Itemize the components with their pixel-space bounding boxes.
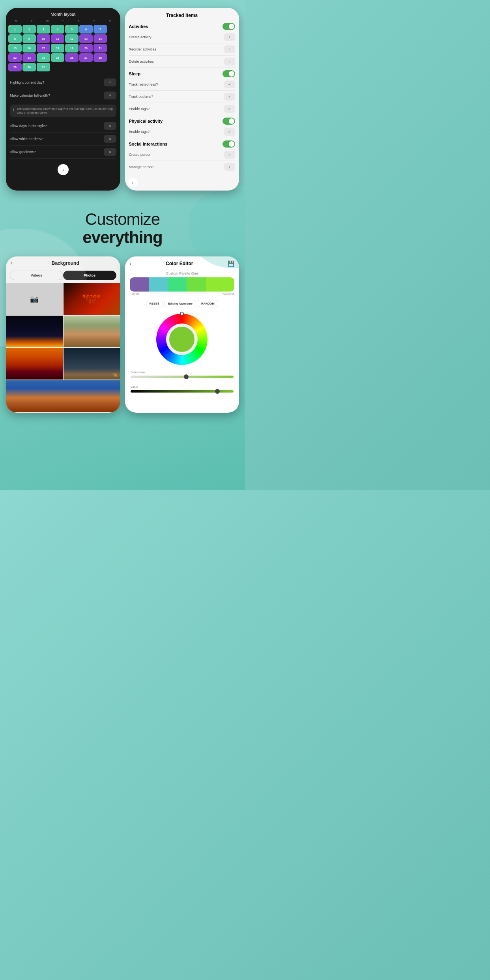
create-activity-item[interactable]: Create activity › bbox=[129, 31, 236, 43]
dot-style-label: Allow days in dot style? bbox=[10, 124, 47, 128]
photo-retro-cell[interactable]: RETRO FOLK NO bbox=[64, 283, 120, 315]
saturation-thumb[interactable] bbox=[184, 374, 189, 379]
month-layout-phone: Month layout M T W T F S S 1 2 3 bbox=[6, 8, 120, 191]
reset-button[interactable]: RESET bbox=[146, 300, 163, 307]
track-restedness-label: Track restedness? bbox=[129, 82, 158, 86]
cal-cell: 28 bbox=[94, 53, 107, 62]
palette-name: Custom Palette One bbox=[130, 271, 235, 275]
create-activity-chevron[interactable]: › bbox=[224, 33, 235, 41]
cal-cell: 21 bbox=[94, 44, 107, 52]
cal-cell: 1 bbox=[8, 25, 22, 34]
color-wheel[interactable] bbox=[156, 314, 208, 365]
calendar-grid: 1 2 3 4 5 6 7 8 9 10 11 12 bbox=[6, 23, 120, 74]
manage-person-label: Manage person bbox=[129, 165, 154, 169]
setting-row-gradients: Allow gradients? ✕ bbox=[10, 146, 116, 159]
camera-icon: 📷 bbox=[30, 295, 39, 303]
tracked-items-phone: Tracked items Activities Create activity… bbox=[125, 8, 239, 191]
social-label: Social interactions bbox=[129, 142, 168, 146]
dot-style-btn[interactable]: ✕ bbox=[104, 122, 116, 130]
photo-sunset-cell[interactable] bbox=[6, 348, 63, 380]
reorder-activities-item[interactable]: Reorder activities › bbox=[129, 43, 236, 56]
setting-row-dot: Allow days in dot style? ✕ bbox=[10, 120, 116, 133]
photo-camera-cell[interactable]: 📷 bbox=[6, 283, 63, 315]
tracked-content: Activities Create activity › Reorder act… bbox=[125, 21, 239, 173]
white-borders-btn[interactable]: ✕ bbox=[104, 135, 116, 143]
cal-cell: 27 bbox=[79, 53, 93, 62]
track-bedtime-check[interactable]: ✓ bbox=[224, 93, 235, 101]
cal-cell: 29 bbox=[8, 63, 22, 71]
palette-segment-4[interactable] bbox=[187, 277, 206, 292]
saturation-track[interactable] bbox=[131, 376, 234, 378]
cal-cell: 6 bbox=[79, 25, 93, 34]
social-toggle[interactable] bbox=[223, 140, 235, 148]
reorder-activities-chevron[interactable]: › bbox=[224, 45, 235, 53]
highlight-day-label: Highlight current day? bbox=[10, 80, 45, 84]
cal-cell: 26 bbox=[65, 53, 79, 62]
manage-person-item[interactable]: Manage person › bbox=[129, 161, 236, 173]
tracked-back-button[interactable]: ‹ bbox=[128, 178, 138, 187]
manage-person-chevron[interactable]: › bbox=[224, 163, 235, 171]
create-person-item[interactable]: Create person › bbox=[129, 149, 236, 161]
physical-toggle[interactable] bbox=[223, 118, 235, 125]
physical-tags-item[interactable]: Enable tags? ✓ bbox=[129, 126, 236, 138]
palette-label-left: Horrible bbox=[130, 292, 140, 295]
tracked-items-title: Tracked items bbox=[125, 8, 239, 21]
phone1-settings: Highlight current day? ✓ Make calendar f… bbox=[6, 74, 120, 161]
photo-train-cell[interactable] bbox=[6, 316, 63, 347]
cal-cell: 10 bbox=[37, 34, 50, 43]
cal-cell: 25 bbox=[51, 53, 64, 62]
create-person-chevron[interactable]: › bbox=[224, 151, 235, 159]
full-width-label: Make calendar full-width? bbox=[10, 94, 50, 97]
sleep-toggle[interactable] bbox=[223, 70, 235, 77]
cal-cell: 15 bbox=[8, 44, 22, 52]
palette-segment-5[interactable] bbox=[206, 277, 234, 292]
activities-section-header: Activities bbox=[129, 21, 236, 31]
delete-activities-chevron[interactable]: › bbox=[224, 58, 235, 65]
setting-row-fullwidth: Make calendar full-width? ✕ bbox=[10, 89, 116, 102]
value-thumb[interactable] bbox=[215, 389, 220, 394]
cal-cell: 16 bbox=[22, 44, 36, 52]
cal-cell: 22 bbox=[8, 53, 22, 62]
value-track[interactable] bbox=[131, 390, 234, 393]
gradients-btn[interactable]: ✕ bbox=[104, 148, 116, 156]
palette-label-right: Awesome bbox=[222, 292, 234, 295]
palette-bar[interactable] bbox=[130, 277, 235, 292]
sleep-tags-check[interactable]: ✓ bbox=[224, 105, 235, 113]
sleep-tags-item[interactable]: Enable tags? ✓ bbox=[129, 103, 236, 115]
phone1-back-button[interactable]: ‹ bbox=[58, 164, 69, 175]
value-label: Value bbox=[131, 385, 234, 389]
cal-cell: 18 bbox=[51, 44, 64, 52]
photo-deer-cell[interactable] bbox=[64, 316, 120, 347]
cal-cell: 3 bbox=[37, 25, 50, 34]
color-wheel-indicator bbox=[180, 312, 184, 316]
physical-section-header: Physical activity bbox=[129, 115, 236, 126]
track-bedtime-item[interactable]: Track bedtime? ✓ bbox=[129, 91, 236, 103]
photo-night-cell[interactable]: 🐪 bbox=[64, 348, 120, 380]
track-restedness-check[interactable]: ✓ bbox=[224, 80, 235, 88]
physical-tags-label: Enable tags? bbox=[129, 130, 150, 134]
track-restedness-item[interactable]: Track restedness? ✓ bbox=[129, 79, 236, 91]
highlight-day-btn[interactable]: ✓ bbox=[104, 79, 116, 86]
editor-buttons: RESET Editing Awesome RANDOM bbox=[125, 297, 239, 310]
cal-cell: 2 bbox=[22, 25, 36, 34]
physical-tags-check[interactable]: ✓ bbox=[224, 128, 235, 136]
calendar-day-headers: M T W T F S S bbox=[6, 19, 120, 23]
palette-segment-1[interactable] bbox=[130, 277, 149, 292]
palette-segment-2[interactable] bbox=[149, 277, 168, 292]
random-button[interactable]: RANDOM bbox=[198, 300, 218, 307]
cal-cell: 23 bbox=[22, 53, 36, 62]
activities-toggle[interactable] bbox=[223, 23, 235, 30]
delete-activities-item[interactable]: Delete activities › bbox=[129, 56, 236, 68]
sleep-label: Sleep bbox=[129, 71, 140, 76]
cal-cell: 5 bbox=[65, 25, 79, 34]
editing-awesome-button[interactable]: Editing Awesome bbox=[165, 300, 196, 307]
full-width-btn[interactable]: ✕ bbox=[104, 92, 116, 99]
cal-cell: 12 bbox=[65, 34, 79, 43]
palette-segment-3[interactable] bbox=[168, 277, 187, 292]
color-wheel-container[interactable] bbox=[125, 310, 239, 369]
palette-section: Custom Palette One Horrible Awesome bbox=[125, 269, 239, 297]
photo-desert-cell[interactable] bbox=[6, 380, 120, 412]
activities-label: Activities bbox=[129, 24, 148, 29]
info-text: The customizations below only apply to t… bbox=[17, 107, 113, 115]
create-person-label: Create person bbox=[129, 153, 151, 157]
